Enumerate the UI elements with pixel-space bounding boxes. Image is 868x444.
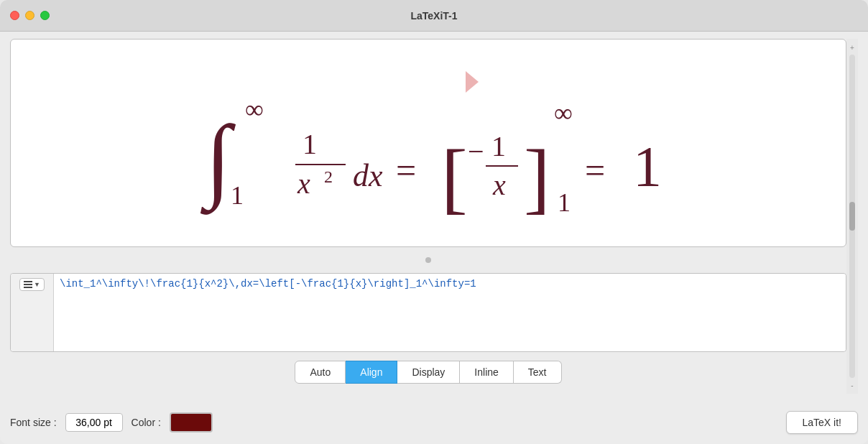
scrollbar: + -	[846, 39, 858, 394]
left-panel: ∫ 1 ∞ 1 x 2 dx = [	[10, 39, 846, 394]
color-picker[interactable]	[170, 412, 213, 433]
menu-button[interactable]: ▼	[19, 278, 45, 291]
editor-sidebar: ▼	[11, 274, 54, 351]
preview-area: ∫ 1 ∞ 1 x 2 dx = [	[10, 39, 846, 247]
window-title: LaTeXiT-1	[410, 10, 457, 22]
align-mode-button[interactable]: Align	[346, 361, 397, 384]
scroll-up-button[interactable]: +	[847, 42, 857, 53]
svg-text:∞: ∞	[554, 98, 573, 127]
close-button[interactable]	[10, 11, 19, 20]
scroll-down-button[interactable]: -	[847, 379, 857, 391]
svg-text:−: −	[468, 135, 484, 167]
display-mode-button[interactable]: Display	[397, 361, 460, 384]
scroll-thumb[interactable]	[849, 202, 855, 231]
svg-text:1: 1	[633, 135, 662, 198]
svg-text:=: =	[396, 150, 416, 190]
svg-text:=: =	[585, 150, 605, 190]
editor-area: ▼ \int_1^\infty\!\frac{1}{x^2}\,dx=\left…	[10, 273, 846, 352]
menu-lines-icon	[24, 281, 32, 288]
auto-mode-button[interactable]: Auto	[295, 361, 346, 384]
math-preview: ∫ 1 ∞ 1 x 2 dx = [	[134, 50, 723, 236]
svg-text:x: x	[492, 169, 506, 201]
font-size-label: Font size :	[10, 417, 57, 428]
chevron-down-icon: ▼	[34, 281, 40, 288]
bottom-bar: Font size : Color : LaTeX it!	[0, 404, 868, 444]
svg-text:1: 1	[231, 181, 244, 210]
svg-text:∞: ∞	[245, 95, 264, 124]
svg-text:[: [	[441, 134, 468, 221]
svg-text:1: 1	[491, 130, 506, 162]
mode-buttons: Auto Align Display Inline Text	[10, 361, 846, 384]
inline-mode-button[interactable]: Inline	[460, 361, 513, 384]
latex-it-button[interactable]: LaTeX it!	[786, 411, 858, 434]
svg-text:dx: dx	[353, 158, 383, 193]
scroll-track	[849, 55, 855, 378]
math-svg: ∫ 1 ∞ 1 x 2 dx = [	[134, 50, 723, 236]
svg-text:1: 1	[303, 128, 317, 160]
color-label: Color :	[131, 417, 161, 428]
separator	[425, 257, 431, 263]
svg-text:1: 1	[558, 188, 571, 217]
svg-marker-19	[466, 71, 479, 93]
maximize-button[interactable]	[40, 11, 50, 20]
text-mode-button[interactable]: Text	[514, 361, 562, 384]
traffic-lights	[10, 11, 50, 20]
svg-text:x: x	[297, 167, 310, 200]
app-window: LaTeXiT-1 ∫ 1 ∞ 1 x 2	[0, 0, 868, 444]
minimize-button[interactable]	[25, 11, 34, 20]
main-content: ∫ 1 ∞ 1 x 2 dx = [	[0, 32, 868, 404]
svg-text:]: ]	[524, 134, 550, 221]
latex-editor[interactable]: \int_1^\infty\!\frac{1}{x^2}\,dx=\left[-…	[54, 274, 846, 351]
font-size-input[interactable]	[65, 413, 123, 432]
titlebar: LaTeXiT-1	[0, 0, 868, 32]
svg-text:2: 2	[324, 167, 333, 186]
